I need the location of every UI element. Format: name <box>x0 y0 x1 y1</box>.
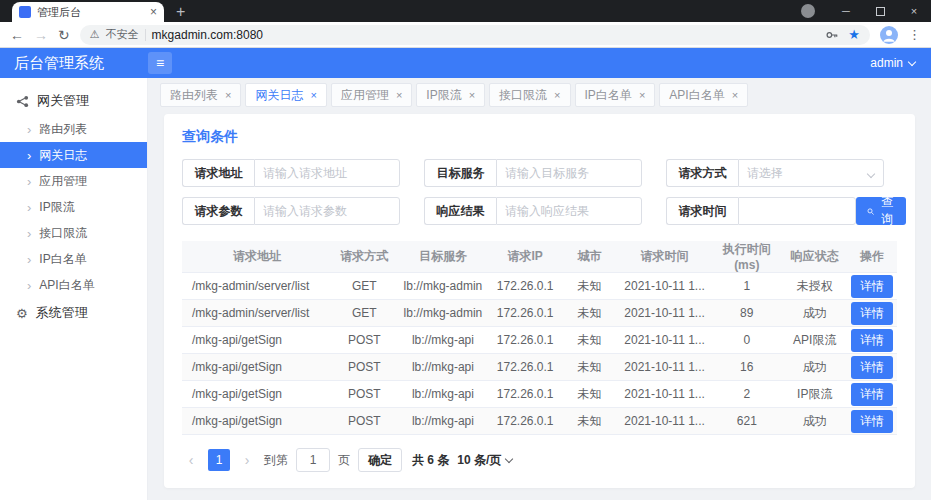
response-result-input[interactable] <box>496 197 642 225</box>
tab-close-icon[interactable]: × <box>469 90 475 101</box>
tab-close-icon[interactable]: × <box>639 90 645 101</box>
forward-icon[interactable]: → <box>34 28 48 42</box>
cell-time: 2021-10-11 1... <box>618 381 711 408</box>
sidebar-item-ip-whitelist[interactable]: › IP白名单 <box>0 246 147 272</box>
user-menu[interactable]: admin <box>870 56 915 70</box>
browser-menu-icon[interactable]: ⋮ <box>908 27 921 42</box>
cell-status: 未授权 <box>783 273 847 300</box>
address-bar[interactable]: ⚠ 不安全 mkgadmin.com:8080 ★ <box>80 25 870 45</box>
chevron-down-icon <box>908 57 916 65</box>
detail-button[interactable]: 详情 <box>851 275 893 298</box>
cell-exec: 621 <box>711 408 783 435</box>
sidebar-item-gateway-logs[interactable]: › 网关日志 <box>0 142 147 168</box>
detail-button[interactable]: 详情 <box>851 329 893 352</box>
logs-table: 请求地址 请求方式 目标服务 请求IP 城市 请求时间 执行时间(ms) 响应状… <box>182 241 897 435</box>
tab-ip-limit[interactable]: IP限流 × <box>416 83 485 107</box>
cell-method: POST <box>332 354 396 381</box>
refresh-icon[interactable]: ↻ <box>58 28 70 42</box>
cell-exec: 1 <box>711 273 783 300</box>
table-row: /mkg-api/getSign POST lb://mkg-api 172.2… <box>182 381 897 408</box>
field-label: 请求方式 <box>666 159 738 187</box>
cell-exec: 2 <box>711 381 783 408</box>
cell-exec: 16 <box>711 354 783 381</box>
search-button[interactable]: 查询 <box>856 197 906 225</box>
back-icon[interactable]: ← <box>10 28 24 42</box>
maximize-button[interactable] <box>863 0 897 22</box>
sidebar-collapse-button[interactable]: ≡ <box>148 52 172 74</box>
sidebar-item-api-limit[interactable]: › 接口限流 <box>0 220 147 246</box>
tab-close-icon[interactable]: × <box>396 90 402 101</box>
query-form-row-2: 请求参数 响应结果 请求时间 查询 <box>182 197 897 225</box>
omnibox-divider <box>145 29 146 41</box>
tab-favicon-icon <box>19 6 31 18</box>
browser-toolbar: ← → ↻ ⚠ 不安全 mkgadmin.com:8080 ★ ⋮ <box>0 22 931 48</box>
cell-status: 成功 <box>783 408 847 435</box>
query-section-title: 查询条件 <box>182 128 897 146</box>
request-url-input[interactable] <box>254 159 400 187</box>
password-key-icon[interactable] <box>825 28 839 42</box>
target-service-input[interactable] <box>496 159 642 187</box>
tab-label: IP限流 <box>426 87 461 104</box>
tab-close-icon[interactable]: × <box>554 90 560 101</box>
cell-url: /mkg-api/getSign <box>182 354 332 381</box>
tab-ip-whitelist[interactable]: IP白名单 × <box>575 83 656 107</box>
request-time-input[interactable] <box>738 197 856 225</box>
tab-close-icon[interactable]: × <box>150 6 157 18</box>
browser-profile-badge-icon[interactable] <box>801 4 815 18</box>
page-number-button[interactable]: 1 <box>208 449 230 471</box>
tab-gateway-logs[interactable]: 网关日志 × <box>245 83 326 107</box>
sidebar-group-system[interactable]: ⚙ 系统管理 <box>0 298 147 328</box>
tab-close-icon[interactable]: × <box>225 90 231 101</box>
sidebar-item-api-whitelist[interactable]: › API白名单 <box>0 272 147 298</box>
sidebar-group-label: 网关管理 <box>37 92 89 110</box>
window-controls: ─ × <box>801 0 931 22</box>
chevron-right-icon: › <box>27 149 31 162</box>
window-close-button[interactable]: × <box>897 0 931 22</box>
field-target-service: 目标服务 <box>424 159 642 187</box>
goto-page-input[interactable] <box>296 448 330 472</box>
col-target-service: 目标服务 <box>396 241 489 273</box>
security-label: 不安全 <box>106 27 139 42</box>
app-header: 后台管理系统 ≡ admin <box>0 48 931 78</box>
page-size-label: 10 条/页 <box>457 452 501 469</box>
insecure-warning-icon: ⚠ <box>90 28 100 41</box>
sidebar-item-label: API白名单 <box>39 277 94 294</box>
minimize-button[interactable]: ─ <box>829 0 863 22</box>
tab-api-limit[interactable]: 接口限流 × <box>489 83 570 107</box>
sidebar-item-app-management[interactable]: › 应用管理 <box>0 168 147 194</box>
cell-ip: 172.26.0.1 <box>489 408 561 435</box>
confirm-button[interactable]: 确定 <box>358 448 402 472</box>
goto-label: 到第 <box>264 452 288 469</box>
cell-city: 未知 <box>561 327 618 354</box>
detail-button[interactable]: 详情 <box>851 410 893 433</box>
tab-close-icon[interactable]: × <box>732 90 738 101</box>
request-params-input[interactable] <box>254 197 400 225</box>
cell-status: 成功 <box>783 354 847 381</box>
sidebar-group-gateway[interactable]: 网关管理 <box>0 86 147 116</box>
cell-ip: 172.26.0.1 <box>489 354 561 381</box>
url-text[interactable]: mkgadmin.com:8080 <box>152 28 263 42</box>
tab-route-list[interactable]: 路由列表 × <box>160 83 241 107</box>
new-tab-button[interactable]: + <box>176 4 185 20</box>
chevron-right-icon: › <box>27 227 31 240</box>
profile-avatar[interactable] <box>880 26 898 44</box>
table-row: /mkg-api/getSign POST lb://mkg-api 172.2… <box>182 354 897 381</box>
tab-app-management[interactable]: 应用管理 × <box>331 83 412 107</box>
next-page-icon[interactable]: › <box>238 452 256 468</box>
sidebar: 网关管理 › 路由列表 › 网关日志 › 应用管理 › IP限流 › 接口限流 … <box>0 78 148 500</box>
tab-close-icon[interactable]: × <box>310 90 316 101</box>
detail-button[interactable]: 详情 <box>851 302 893 325</box>
detail-button[interactable]: 详情 <box>851 383 893 406</box>
table-row: /mkg-api/getSign POST lb://mkg-api 172.2… <box>182 327 897 354</box>
sidebar-item-route-list[interactable]: › 路由列表 <box>0 116 147 142</box>
page-size-select[interactable]: 10 条/页 <box>457 452 512 469</box>
detail-button[interactable]: 详情 <box>851 356 893 379</box>
request-method-select[interactable]: 请选择 <box>738 159 884 187</box>
sidebar-item-ip-limit[interactable]: › IP限流 <box>0 194 147 220</box>
cell-time: 2021-10-11 1... <box>618 327 711 354</box>
bookmark-star-icon[interactable]: ★ <box>848 28 860 41</box>
tab-api-whitelist[interactable]: API白名单 × <box>659 83 748 107</box>
prev-page-icon[interactable]: ‹ <box>182 452 200 468</box>
cell-status: 成功 <box>783 300 847 327</box>
browser-tab[interactable]: 管理后台 × <box>12 2 164 22</box>
